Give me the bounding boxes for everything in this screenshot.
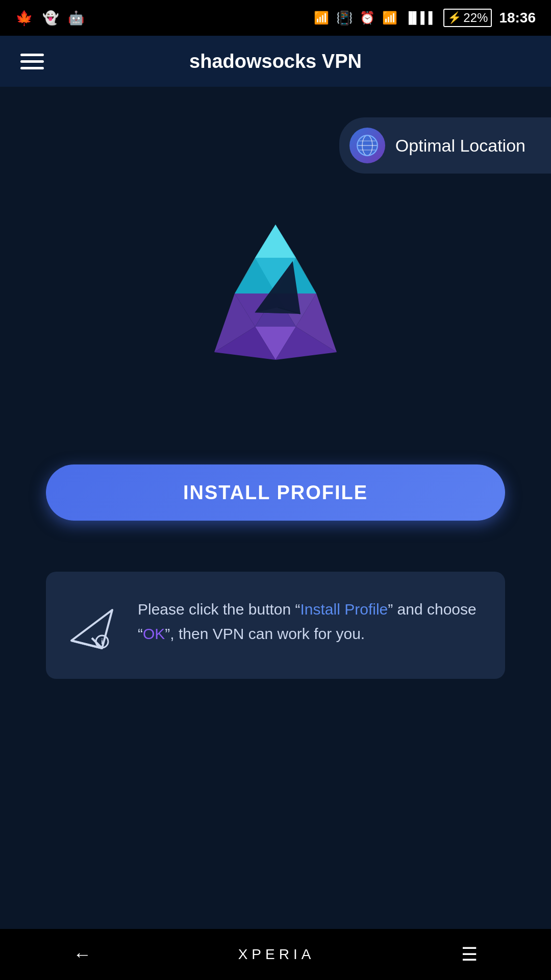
info-text-part1: Please click the button “ <box>138 601 300 618</box>
lightning-icon: ⚡ <box>447 11 461 24</box>
alarm-icon: ⏰ <box>360 11 375 25</box>
vpn-logo <box>194 219 357 362</box>
info-card-icon: i <box>66 602 117 653</box>
info-highlight-ok: OK <box>143 625 165 642</box>
wifi-icon: 📶 <box>382 11 397 25</box>
bluetooth-icon: 📶 <box>314 11 329 25</box>
vibrate-icon: 📳 <box>336 10 353 26</box>
battery-text: 22% <box>463 11 488 25</box>
hamburger-line-1 <box>20 54 44 56</box>
install-button-label: INSTALL PROFILE <box>183 482 368 504</box>
svg-text:i: i <box>101 638 103 646</box>
info-highlight-install: Install Profile <box>300 601 388 618</box>
vpn-logo-svg <box>194 219 357 362</box>
back-button[interactable]: ← <box>73 944 92 965</box>
nav-menu-icon: ☰ <box>461 944 478 965</box>
app-title: shadowsocks VPN <box>189 51 362 72</box>
status-bar: 🍁 👻 🤖 📶 📳 ⏰ 📶 ▐▌▌▌ ⚡ 22% 18:36 <box>0 0 551 36</box>
brand-label: XPERIA <box>238 946 315 963</box>
robot-icon: 🤖 <box>68 10 84 26</box>
location-selector[interactable]: Optimal Location <box>339 117 551 174</box>
info-text-part3: ”, then VPN can work for you. <box>165 625 365 642</box>
hamburger-line-2 <box>20 60 44 63</box>
globe-icon <box>349 128 385 163</box>
menu-button[interactable] <box>20 54 44 69</box>
snapchat-icon: 👻 <box>42 10 59 26</box>
info-card-text: Please click the button “Install Profile… <box>138 597 480 646</box>
signal-icon: ▐▌▌▌ <box>405 11 436 24</box>
time-display: 18:36 <box>499 10 536 26</box>
back-arrow-icon: ← <box>73 944 92 965</box>
leaf-icon: 🍁 <box>15 10 33 27</box>
bottom-navigation: ← XPERIA ☰ <box>0 929 551 980</box>
svg-marker-8 <box>255 225 296 258</box>
main-content: Optimal Location <box>0 87 551 929</box>
brand-text: XPERIA <box>238 946 315 963</box>
app-bar: shadowsocks VPN <box>0 36 551 87</box>
globe-svg <box>356 134 379 157</box>
info-card: i Please click the button “Install Profi… <box>46 572 505 679</box>
nav-menu-button[interactable]: ☰ <box>461 944 478 965</box>
status-left-icons: 🍁 👻 🤖 <box>15 10 84 27</box>
battery-icon: ⚡ 22% <box>443 9 492 27</box>
status-right-icons: 📶 📳 ⏰ 📶 ▐▌▌▌ ⚡ 22% 18:36 <box>314 9 536 27</box>
install-profile-button[interactable]: INSTALL PROFILE <box>46 464 505 521</box>
hamburger-line-3 <box>20 67 44 69</box>
send-icon-svg: i <box>69 605 115 651</box>
location-label: Optimal Location <box>395 136 525 156</box>
